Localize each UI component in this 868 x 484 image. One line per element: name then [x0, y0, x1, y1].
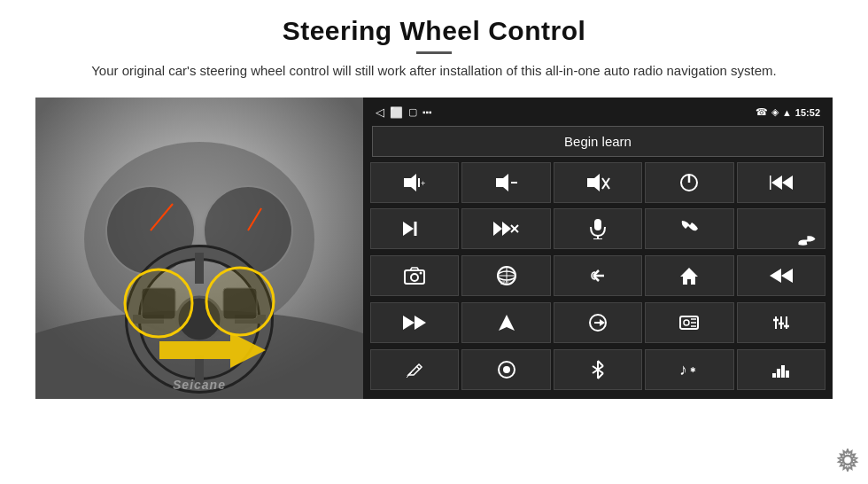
svg-marker-51 [770, 269, 781, 283]
status-bar: ◁ ⬜ ▢ ▪▪▪ ☎ ◈ ▲ 15:52 [368, 103, 827, 122]
power-button[interactable] [645, 162, 733, 203]
eq-button[interactable] [737, 302, 825, 343]
status-right: ☎ ◈ ▲ 15:52 [756, 106, 820, 118]
control-panel: ◁ ⬜ ▢ ▪▪▪ ☎ ◈ ▲ 15:52 Begin learn + [363, 98, 833, 399]
clock: 15:52 [795, 107, 820, 118]
svg-line-68 [416, 366, 420, 370]
back-nav-icon[interactable]: ◁ [376, 105, 384, 119]
svg-point-83 [843, 456, 852, 464]
call-button[interactable] [645, 208, 733, 249]
navigate-button[interactable] [461, 302, 550, 343]
equalizer-button[interactable] [737, 349, 825, 390]
fast-forward-button[interactable] [370, 302, 459, 343]
svg-point-43 [420, 272, 422, 275]
svg-marker-32 [403, 222, 414, 236]
svg-rect-80 [777, 369, 780, 378]
svg-rect-79 [772, 373, 776, 378]
phone-icon: ☎ [756, 106, 768, 118]
page-container: Steering Wheel Control Your original car… [0, 0, 868, 484]
hang-up-button[interactable] [737, 208, 825, 249]
edit-button[interactable] [370, 349, 459, 390]
svg-marker-18 [159, 332, 266, 368]
svg-marker-50 [781, 269, 793, 283]
mic-button[interactable] [554, 208, 642, 249]
svg-marker-54 [499, 315, 515, 331]
watermark: Seicane [173, 378, 226, 392]
svg-marker-53 [415, 316, 426, 330]
home-button[interactable] [645, 255, 733, 296]
svg-point-16 [125, 269, 192, 337]
svg-marker-56 [600, 319, 605, 326]
svg-rect-38 [594, 219, 601, 230]
svg-text:♪: ♪ [679, 361, 687, 379]
svg-marker-52 [403, 316, 415, 330]
recents-nav-icon[interactable]: ▢ [408, 106, 417, 118]
record-button[interactable] [461, 349, 550, 390]
svg-marker-22 [496, 174, 508, 191]
gps-icon: ▲ [782, 107, 792, 118]
back-button[interactable] [554, 255, 642, 296]
svg-marker-19 [404, 174, 416, 191]
svg-marker-49 [680, 268, 698, 285]
content-area: Seicane ◁ ⬜ ▢ ▪▪▪ ☎ ◈ ▲ 15:52 Beg [35, 98, 833, 399]
svg-marker-29 [782, 176, 793, 190]
switch-button[interactable] [554, 302, 642, 343]
home-nav-icon[interactable]: ⬜ [390, 106, 403, 119]
svg-rect-82 [786, 371, 789, 378]
next-button[interactable] [370, 208, 459, 249]
svg-point-17 [206, 268, 274, 335]
title-section: Steering Wheel Control Your original car… [35, 16, 833, 82]
button-grid: + [368, 162, 827, 394]
bluetooth-button[interactable] [554, 349, 642, 390]
rewind-button[interactable] [737, 255, 825, 296]
svg-text:+: + [421, 179, 425, 188]
page-title: Steering Wheel Control [35, 16, 833, 46]
title-divider [416, 51, 452, 54]
camera-button[interactable] [370, 255, 459, 296]
wifi-icon: ◈ [771, 106, 779, 118]
subtitle: Your original car's steering wheel contr… [71, 61, 797, 82]
skip-button[interactable] [461, 208, 550, 249]
car-photo: Seicane [35, 98, 363, 399]
svg-marker-24 [587, 174, 600, 191]
svg-point-58 [684, 320, 689, 325]
svg-marker-34 [493, 222, 502, 236]
arrow-icon [159, 328, 266, 372]
gear-icon[interactable] [836, 449, 859, 477]
vol-up-button[interactable]: + [370, 162, 459, 203]
svg-marker-35 [502, 222, 511, 236]
svg-point-42 [411, 274, 418, 281]
signal-icon: ▪▪▪ [422, 107, 432, 117]
radio-button[interactable] [645, 302, 733, 343]
svg-text:✱: ✱ [690, 366, 696, 374]
svg-text:360°: 360° [500, 280, 509, 285]
begin-learn-button[interactable]: Begin learn [372, 126, 824, 157]
svg-point-71 [503, 366, 510, 373]
prev-track-button[interactable] [737, 162, 825, 203]
360-view-button[interactable]: 360° [461, 255, 550, 296]
svg-marker-30 [771, 176, 782, 190]
status-left: ◁ ⬜ ▢ ▪▪▪ [376, 105, 432, 119]
mute-button[interactable] [554, 162, 642, 203]
vol-down-button[interactable] [461, 162, 550, 203]
svg-rect-81 [781, 365, 785, 378]
music-button[interactable]: ♪✱ [645, 349, 733, 390]
